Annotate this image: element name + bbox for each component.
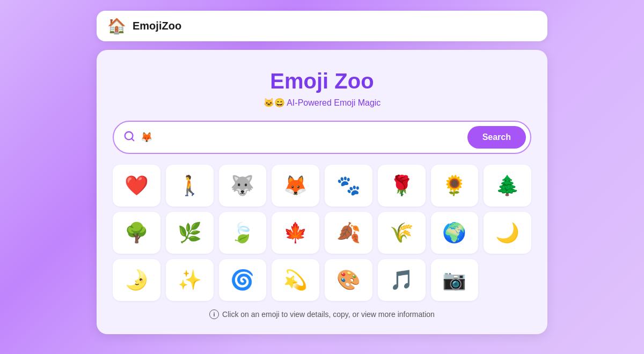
emoji-cell-dizzy[interactable]: 💫 [272,259,319,301]
svg-line-1 [131,138,134,141]
footer-text: Click on an emoji to view details, copy,… [222,310,435,319]
emoji-cell-crescent-moon[interactable]: 🌛 [113,259,160,301]
emoji-cell-palette[interactable]: 🎨 [325,259,372,301]
main-title: Emoji Zoo [113,69,531,93]
emoji-cell-sunflower[interactable]: 🌻 [431,165,479,206]
subtitle: 🐱😄 AI-Powered Emoji Magic [113,98,531,108]
subtitle-emojis: 🐱😄 [264,98,285,107]
emoji-cell-herb[interactable]: 🌾 [378,212,426,254]
emoji-cell-leaves[interactable]: 🍃 [219,212,267,254]
emoji-cell-music[interactable]: 🎵 [378,259,426,301]
nav-title: EmojiZoo [133,20,181,32]
emoji-cell-seedling[interactable]: 🌿 [166,212,214,254]
search-icon [123,130,135,145]
emoji-cell-maple[interactable]: 🍁 [272,212,319,254]
emoji-cell-walking[interactable]: 🚶 [166,165,214,206]
emoji-cell-wolf[interactable]: 🐺 [219,165,267,206]
nav-bar: 🏠 EmojiZoo [97,11,547,41]
info-icon: i [209,309,219,319]
nav-logo-icon: 🏠 [107,17,126,35]
emoji-cell-sparkle[interactable]: ✨ [166,259,214,301]
emoji-cell-moon[interactable]: 🌙 [484,212,531,254]
emoji-cell-evergreen[interactable]: 🌲 [484,165,531,206]
search-button[interactable]: Search [467,126,526,149]
emoji-cell-galaxy[interactable]: 🌀 [219,259,267,301]
emoji-cell-earth[interactable]: 🌍 [431,212,479,254]
emoji-cell-camera[interactable]: 📷 [431,259,479,301]
emoji-cell-fox[interactable]: 🦊 [272,165,319,206]
emoji-cell-fallen-leaf[interactable]: 🍂 [325,212,372,254]
emoji-cell-tree[interactable]: 🌳 [113,212,160,254]
emoji-cell-heart[interactable]: ❤️ [113,165,160,206]
search-input[interactable] [141,132,462,143]
emoji-cell-paws[interactable]: 🐾 [325,165,372,206]
search-bar: Search [113,121,531,154]
main-card: Emoji Zoo 🐱😄 AI-Powered Emoji Magic Sear… [97,50,547,334]
footer-info: i Click on an emoji to view details, cop… [113,309,531,319]
emoji-grid: ❤️ 🚶 🐺 🦊 🐾 🌹 🌻 🌲 🌳 🌿 🍃 🍁 🍂 🌾 🌍 🌙 🌛 ✨ 🌀 💫… [113,165,531,301]
subtitle-text: AI-Powered Emoji Magic [287,98,380,107]
emoji-cell-rose[interactable]: 🌹 [378,165,426,206]
